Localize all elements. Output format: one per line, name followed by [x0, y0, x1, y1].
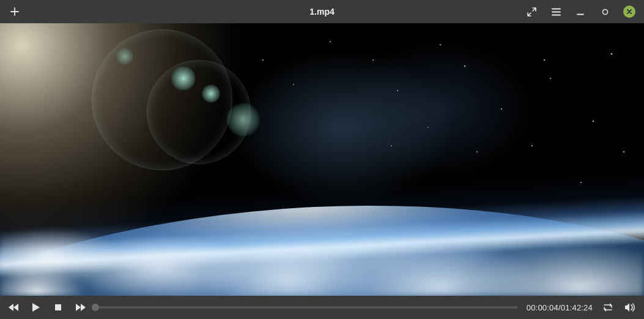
loop-button[interactable]: [601, 301, 615, 314]
add-to-playlist-button[interactable]: [9, 6, 21, 18]
loop-icon: [602, 303, 613, 312]
video-frame-lensdot: [171, 66, 196, 91]
time-display: 00:00:04/01:42:24: [527, 303, 593, 312]
volume-button[interactable]: [623, 301, 637, 314]
media-player-window: 1.mp4: [0, 0, 644, 319]
previous-button[interactable]: [7, 301, 21, 314]
skip-back-icon: [9, 303, 20, 312]
svg-point-0: [602, 9, 607, 14]
close-icon: [626, 9, 632, 15]
total-time: 01:42:24: [561, 303, 593, 312]
plus-icon: [10, 7, 19, 16]
seek-bar[interactable]: [95, 301, 518, 313]
next-button[interactable]: [73, 301, 87, 314]
skip-forward-icon: [75, 303, 86, 312]
seek-thumb[interactable]: [92, 304, 99, 311]
hamburger-menu-icon: [552, 8, 561, 16]
menu-button[interactable]: [550, 6, 562, 18]
svg-rect-1: [55, 304, 61, 310]
play-button[interactable]: [29, 301, 43, 314]
stop-button[interactable]: [51, 301, 65, 314]
video-frame-lensdot: [116, 48, 133, 65]
video-viewport[interactable]: [0, 23, 644, 296]
close-button[interactable]: [623, 6, 635, 18]
video-frame-lensdot: [202, 84, 220, 103]
video-frame-lensdot: [226, 103, 260, 137]
maximize-button[interactable]: [599, 6, 611, 18]
current-time: 00:00:04: [527, 303, 558, 312]
playback-controls: 00:00:04/01:42:24: [0, 296, 644, 319]
fullscreen-icon: [527, 7, 536, 17]
maximize-icon: [602, 9, 609, 15]
volume-high-icon: [624, 302, 635, 312]
stop-icon: [54, 304, 62, 311]
minimize-icon: [577, 8, 584, 15]
fullscreen-button[interactable]: [525, 6, 538, 18]
titlebar: 1.mp4: [0, 0, 644, 23]
play-icon: [32, 302, 40, 312]
seek-track: [95, 306, 518, 309]
minimize-button[interactable]: [574, 6, 587, 18]
